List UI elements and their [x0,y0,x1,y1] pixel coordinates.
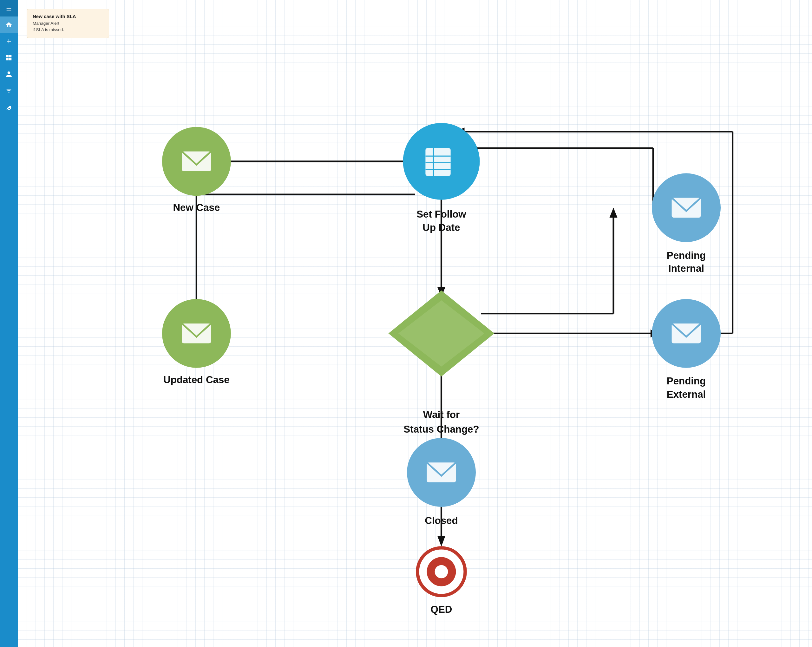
svg-marker-8 [609,208,617,218]
wait-status-label2: Status Change? [403,424,479,435]
info-box-line2: if SLA is missed. [33,27,64,32]
main-content: New case with SLA Manager Alert if SLA i… [18,0,812,647]
qed-label: QED [431,604,452,615]
info-box: New case with SLA Manager Alert if SLA i… [27,9,109,38]
info-box-title: New case with SLA [33,14,103,19]
sidebar-item-home[interactable] [0,17,18,33]
pending-internal-label1: Pending [667,250,706,261]
updated-case-label: Updated Case [163,374,230,385]
menu-icon: ☰ [6,5,12,11]
svg-rect-24 [425,148,450,176]
sidebar-item-add[interactable] [0,33,18,49]
pending-external-label2: External [667,389,706,400]
sidebar-item-users[interactable] [0,66,18,82]
svg-marker-21 [437,536,445,546]
diagram-canvas[interactable]: New case with SLA Manager Alert if SLA i… [18,0,812,647]
new-case-label: New Case [173,202,220,213]
sidebar-item-filter[interactable] [0,82,18,99]
sidebar: ☰ [0,0,18,647]
pending-external-label1: Pending [667,375,706,387]
qed-center [435,565,448,578]
info-box-body: Manager Alert if SLA is missed. [33,20,103,33]
info-box-line1: Manager Alert [33,21,59,26]
closed-label: Closed [425,515,458,526]
pending-internal-label2: Internal [668,263,704,274]
set-follow-up-label1: Set Follow [417,209,466,220]
set-follow-up-label2: Up Date [423,222,460,233]
sidebar-item-plant[interactable] [0,99,18,116]
wait-status-label1: Wait for [423,409,459,420]
sidebar-item-dashboard[interactable] [0,49,18,66]
flow-diagram: New Case Updated Case Set Follow Up Date… [18,0,812,647]
menu-button[interactable]: ☰ [0,0,18,17]
svg-marker-29 [398,301,484,367]
